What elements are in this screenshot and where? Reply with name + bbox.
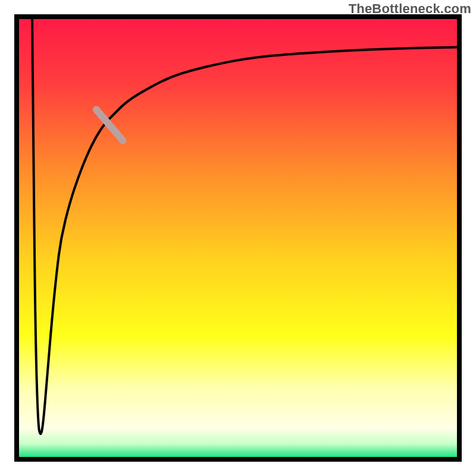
chart-root: TheBottleneck.com [0, 0, 476, 476]
watermark-label: TheBottleneck.com [349, 1, 471, 17]
plot-background [17, 17, 459, 459]
chart-svg [0, 0, 476, 476]
